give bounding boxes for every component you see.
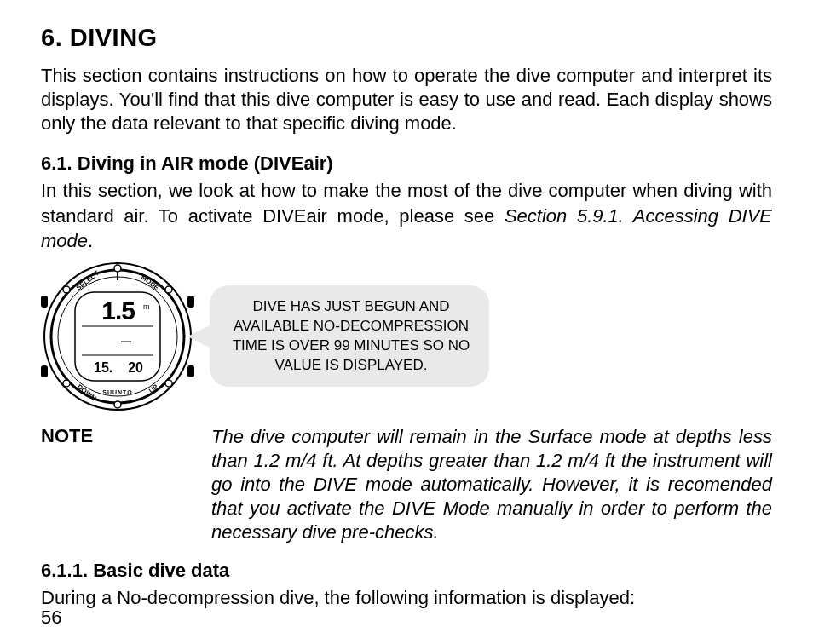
- svg-rect-8: [41, 296, 48, 308]
- section-6-1-paragraph: In this section, we look at how to make …: [41, 178, 772, 252]
- svg-point-5: [165, 286, 172, 293]
- dive-computer-illustration: SELECT MODE DOWN UP 1.5 m – 15. 20 SUUNT…: [41, 260, 194, 413]
- display-bottom-right: 20: [128, 360, 143, 375]
- dive-computer-svg: SELECT MODE DOWN UP 1.5 m – 15. 20 SUUNT…: [41, 260, 194, 413]
- svg-point-4: [63, 286, 70, 293]
- display-mid: –: [121, 330, 132, 351]
- display-bottom-left: 15.: [94, 360, 112, 375]
- section-6-1-post: .: [88, 230, 93, 251]
- figure-row: SELECT MODE DOWN UP 1.5 m – 15. 20 SUUNT…: [41, 260, 772, 413]
- svg-rect-10: [41, 365, 48, 377]
- brand-label: SUUNTO: [102, 389, 132, 395]
- note-label: NOTE: [41, 425, 177, 545]
- svg-point-6: [63, 380, 70, 387]
- svg-point-7: [165, 380, 172, 387]
- svg-point-3: [114, 401, 121, 408]
- callout-text: DIVE HAS JUST BEGUN AND AVAILABLE NO-DEC…: [233, 298, 470, 373]
- note-body: The dive computer will remain in the Sur…: [211, 425, 772, 545]
- chapter-title: 6. DIVING: [41, 24, 772, 52]
- intro-paragraph: This section contains instructions on ho…: [41, 64, 772, 135]
- svg-rect-11: [187, 365, 194, 377]
- manual-page: 6. DIVING This section contains instruct…: [0, 0, 813, 644]
- page-number: 56: [41, 607, 61, 629]
- callout-bubble: DIVE HAS JUST BEGUN AND AVAILABLE NO-DEC…: [210, 285, 489, 388]
- section-6-1-heading: 6.1. Diving in AIR mode (DIVEair): [41, 152, 772, 175]
- svg-rect-9: [187, 296, 194, 308]
- section-6-1-1-paragraph: During a No-decompression dive, the foll…: [41, 585, 772, 610]
- note-block: NOTE The dive computer will remain in th…: [41, 425, 772, 545]
- display-m: m: [143, 302, 150, 311]
- svg-point-2: [114, 265, 121, 272]
- section-6-1-1-heading: 6.1.1. Basic dive data: [41, 560, 772, 582]
- display-depth: 1.5: [101, 296, 135, 325]
